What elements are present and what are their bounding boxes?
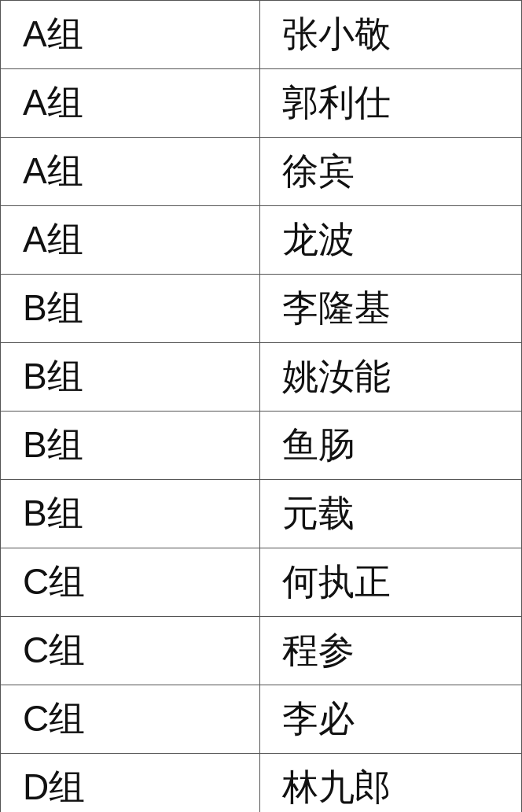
group-cell: B组 — [1, 480, 260, 548]
table-row: D组林九郎 — [1, 754, 522, 813]
table-row: B组姚汝能 — [1, 343, 522, 412]
table-row: A组郭利仕 — [1, 69, 522, 138]
name-cell: 鱼肠 — [259, 412, 522, 480]
group-cell: C组 — [1, 548, 260, 617]
group-cell: C组 — [1, 685, 260, 754]
table-row: C组何执正 — [1, 548, 522, 617]
table-row: C组程参 — [1, 617, 522, 685]
table-row: A组徐宾 — [1, 138, 522, 206]
table-row: B组李隆基 — [1, 275, 522, 343]
table-row: C组李必 — [1, 685, 522, 754]
group-cell: B组 — [1, 343, 260, 412]
name-cell: 元载 — [259, 480, 522, 548]
name-cell: 龙波 — [259, 206, 522, 275]
name-cell: 张小敬 — [259, 1, 522, 69]
name-cell: 何执正 — [259, 548, 522, 617]
name-cell: 李隆基 — [259, 275, 522, 343]
group-cell: A组 — [1, 1, 260, 69]
group-cell: A组 — [1, 69, 260, 138]
table-row: A组龙波 — [1, 206, 522, 275]
table-row: A组张小敬 — [1, 1, 522, 69]
group-cell: B组 — [1, 412, 260, 480]
name-cell: 徐宾 — [259, 138, 522, 206]
table-row: B组鱼肠 — [1, 412, 522, 480]
table-row: B组元载 — [1, 480, 522, 548]
name-cell: 林九郎 — [259, 754, 522, 813]
main-table: A组张小敬A组郭利仕A组徐宾A组龙波B组李隆基B组姚汝能B组鱼肠B组元载C组何执… — [0, 0, 522, 812]
name-cell: 程参 — [259, 617, 522, 685]
group-cell: A组 — [1, 206, 260, 275]
name-cell: 李必 — [259, 685, 522, 754]
name-cell: 郭利仕 — [259, 69, 522, 138]
name-cell: 姚汝能 — [259, 343, 522, 412]
group-cell: D组 — [1, 754, 260, 813]
group-cell: A组 — [1, 138, 260, 206]
group-cell: B组 — [1, 275, 260, 343]
group-cell: C组 — [1, 617, 260, 685]
